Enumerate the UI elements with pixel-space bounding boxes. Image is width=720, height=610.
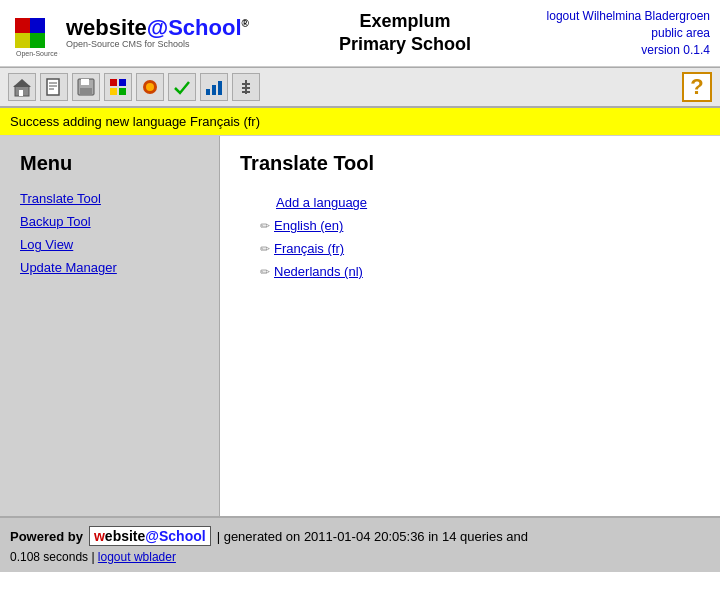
toolbar-tools-icon[interactable]: [232, 73, 260, 101]
sidebar-item-updatemanager[interactable]: Update Manager: [20, 260, 199, 275]
header: Open-Source CMS for Schools website@Scho…: [0, 0, 720, 67]
site-logo-icon: Open-Source CMS for Schools: [10, 8, 60, 58]
toolbar-themes-icon[interactable]: [136, 73, 164, 101]
toolbar-help-icon[interactable]: ?: [682, 72, 712, 102]
footer: Powered by website@School | generated on…: [0, 516, 720, 572]
language-item-francais[interactable]: ✏ Français (fr): [260, 241, 700, 256]
site-title: Exemplum Primary School: [300, 10, 510, 57]
toolbar-home-icon[interactable]: [8, 73, 36, 101]
sidebar-item-backup[interactable]: Backup Tool: [20, 214, 199, 229]
svg-rect-18: [212, 85, 216, 95]
svg-point-16: [146, 83, 154, 91]
add-language-link[interactable]: Add a language: [260, 195, 367, 210]
language-link-english[interactable]: English (en): [274, 218, 343, 233]
language-link-francais[interactable]: Français (fr): [274, 241, 344, 256]
svg-rect-19: [218, 81, 222, 95]
sidebar-link-backup[interactable]: Backup Tool: [20, 214, 91, 229]
sidebar-link-updatemanager[interactable]: Update Manager: [20, 260, 117, 275]
svg-rect-12: [119, 79, 126, 86]
svg-marker-2: [13, 79, 31, 87]
sidebar-item-translate[interactable]: Translate Tool: [20, 191, 199, 206]
svg-rect-4: [47, 79, 59, 95]
language-link-nederlands[interactable]: Nederlands (nl): [274, 264, 363, 279]
pencil-icon-english: ✏: [260, 219, 270, 233]
user-info: logout Wilhelmina Bladergroen public are…: [510, 8, 710, 58]
footer-line1: Powered by website@School | generated on…: [10, 526, 710, 546]
svg-rect-14: [119, 88, 126, 95]
sidebar-link-translate[interactable]: Translate Tool: [20, 191, 101, 206]
language-item-english[interactable]: ✏ English (en): [260, 218, 700, 233]
logo-area: Open-Source CMS for Schools website@Scho…: [10, 8, 300, 58]
sidebar: Menu Translate Tool Backup Tool Log View…: [0, 136, 220, 516]
sidebar-link-logview[interactable]: Log View: [20, 237, 73, 252]
main-area: Menu Translate Tool Backup Tool Log View…: [0, 136, 720, 516]
time-text: 0.108 seconds |: [10, 550, 95, 564]
powered-by-label: Powered by: [10, 529, 83, 544]
pencil-icon-francais: ✏: [260, 242, 270, 256]
toolbar: ?: [0, 67, 720, 108]
footer-logo-inline: website@School: [89, 526, 211, 546]
content-area: Translate Tool Add a language ✏ English …: [220, 136, 720, 516]
svg-rect-13: [110, 88, 117, 95]
svg-rect-3: [19, 90, 23, 96]
toolbar-puzzle-icon[interactable]: [104, 73, 132, 101]
svg-rect-17: [206, 89, 210, 95]
svg-text:Open-Source CMS for Schools: Open-Source CMS for Schools: [16, 50, 60, 58]
toolbar-stats-icon[interactable]: [200, 73, 228, 101]
sidebar-item-logview[interactable]: Log View: [20, 237, 199, 252]
content-title: Translate Tool: [240, 152, 700, 175]
svg-rect-9: [81, 79, 89, 85]
sidebar-title: Menu: [20, 152, 199, 175]
toolbar-save-icon[interactable]: [72, 73, 100, 101]
sidebar-menu: Translate Tool Backup Tool Log View Upda…: [20, 191, 199, 275]
language-item-nederlands[interactable]: ✏ Nederlands (nl): [260, 264, 700, 279]
success-bar: Success adding new language Français (fr…: [0, 108, 720, 136]
svg-rect-11: [110, 79, 117, 86]
footer-line2: 0.108 seconds | logout wblader: [10, 550, 710, 564]
toolbar-left: [8, 73, 260, 101]
pencil-icon-nederlands: ✏: [260, 265, 270, 279]
footer-logout-link[interactable]: logout wblader: [98, 550, 176, 564]
logo-branding: website@School® Open-Source CMS for Scho…: [66, 17, 249, 49]
add-language-item[interactable]: Add a language: [260, 195, 700, 210]
language-list: Add a language ✏ English (en) ✏ Français…: [240, 195, 700, 279]
generated-text: | generated on 2011-01-04 20:05:36 in 14…: [217, 529, 528, 544]
toolbar-check-icon[interactable]: [168, 73, 196, 101]
toolbar-document-icon[interactable]: [40, 73, 68, 101]
svg-rect-10: [80, 88, 92, 95]
